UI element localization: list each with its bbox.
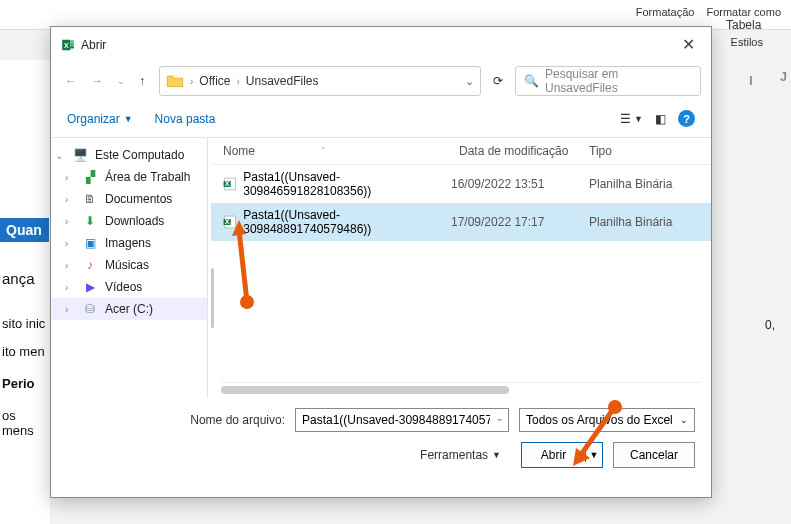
file-type: Planilha Binária bbox=[589, 215, 699, 229]
chevron-right-icon: › bbox=[65, 304, 75, 315]
file-list: Nome˄ Data de modificação Tipo XPasta1((… bbox=[211, 138, 711, 398]
search-icon: 🔍 bbox=[524, 74, 539, 88]
open-dialog: X Abrir ✕ ← → ⌄ ↑ › Office › UnsavedFile… bbox=[50, 26, 712, 498]
nav-downloads[interactable]: ›⬇Downloads bbox=[51, 210, 207, 232]
nav-documents[interactable]: ›🗎Documentos bbox=[51, 188, 207, 210]
filetype-select[interactable]: Todos os Arquivos do Excel ⌄ bbox=[519, 408, 695, 432]
breadcrumb[interactable]: UnsavedFiles bbox=[246, 74, 319, 88]
sort-indicator-icon: ˄ bbox=[321, 146, 326, 156]
pictures-icon: ▣ bbox=[81, 235, 99, 251]
splitter[interactable] bbox=[207, 138, 211, 398]
col-type[interactable]: Tipo bbox=[589, 144, 699, 158]
chevron-right-icon: › bbox=[65, 194, 75, 205]
address-dropdown[interactable]: ⌄ bbox=[465, 75, 474, 88]
ribbon-styles-group: Estilos bbox=[703, 30, 791, 54]
chevron-right-icon: › bbox=[65, 238, 75, 249]
dialog-title: Abrir bbox=[81, 38, 676, 52]
nav-drive-c[interactable]: ›⛁Acer (C:) bbox=[51, 298, 207, 320]
file-row[interactable]: XPasta1((Unsaved-309846591828108356)) 16… bbox=[211, 165, 711, 203]
address-bar[interactable]: › Office › UnsavedFiles ⌄ bbox=[159, 66, 481, 96]
column-headers: Nome˄ Data de modificação Tipo bbox=[211, 138, 711, 165]
nav-music[interactable]: ›♪Músicas bbox=[51, 254, 207, 276]
horizontal-scrollbar[interactable] bbox=[221, 382, 701, 398]
svg-text:X: X bbox=[225, 218, 230, 226]
videos-icon: ▶ bbox=[81, 279, 99, 295]
desktop-icon: ▞ bbox=[81, 169, 99, 185]
sheet-cell-value: 0, bbox=[765, 318, 775, 332]
excel-icon: X bbox=[61, 38, 75, 52]
sheet-header-cell: Quan bbox=[0, 218, 49, 242]
column-header[interactable]: J bbox=[780, 70, 787, 84]
tools-menu[interactable]: Ferramentas▼ bbox=[420, 448, 501, 462]
chevron-right-icon: › bbox=[65, 216, 75, 227]
toolbar: Organizar▼ Nova pasta ☰▼ ◧ ? bbox=[51, 104, 711, 138]
preview-icon: ◧ bbox=[655, 112, 666, 126]
sheet-cell: sito inic bbox=[0, 314, 47, 333]
organize-menu[interactable]: Organizar▼ bbox=[67, 112, 133, 126]
filename-label: Nome do arquivo: bbox=[190, 413, 285, 427]
svg-rect-4 bbox=[70, 46, 74, 48]
chevron-right-icon[interactable]: › bbox=[190, 76, 193, 87]
file-type: Planilha Binária bbox=[589, 177, 699, 191]
chevron-down-icon: ▼ bbox=[492, 450, 501, 460]
open-button[interactable]: Abrir ▼ bbox=[521, 442, 603, 468]
download-icon: ⬇ bbox=[81, 213, 99, 229]
nav-row: ← → ⌄ ↑ › Office › UnsavedFiles ⌄ ⟳ 🔍 Pe… bbox=[51, 62, 711, 104]
chevron-down-icon: ⌄ bbox=[680, 415, 688, 425]
view-mode-button[interactable]: ☰▼ bbox=[620, 112, 643, 126]
file-date: 16/09/2022 13:51 bbox=[451, 177, 581, 191]
column-header[interactable]: I bbox=[711, 70, 791, 92]
open-button-main[interactable]: Abrir bbox=[522, 448, 586, 462]
file-row[interactable]: XPasta1((Unsaved-309848891740579486)) 17… bbox=[211, 203, 711, 241]
nav-desktop[interactable]: ›▞Área de Trabalh bbox=[51, 166, 207, 188]
sheet-cell: os mens bbox=[0, 406, 50, 440]
nav-pictures[interactable]: ›▣Imagens bbox=[51, 232, 207, 254]
back-button[interactable]: ← bbox=[65, 74, 77, 88]
list-icon: ☰ bbox=[620, 112, 631, 126]
nav-this-pc[interactable]: ⌄🖥️Este Computado bbox=[51, 144, 207, 166]
recent-dd[interactable]: ⌄ bbox=[117, 76, 125, 86]
pc-icon: 🖥️ bbox=[71, 147, 89, 163]
preview-pane-button[interactable]: ◧ bbox=[655, 112, 666, 126]
col-date[interactable]: Data de modificação bbox=[459, 144, 589, 158]
open-button-dropdown[interactable]: ▼ bbox=[586, 450, 602, 460]
file-name: Pasta1((Unsaved-309848891740579486)) bbox=[243, 208, 443, 236]
chevron-down-icon[interactable]: ⌄ bbox=[496, 413, 504, 423]
nav-videos[interactable]: ›▶Vídeos bbox=[51, 276, 207, 298]
breadcrumb[interactable]: Office bbox=[199, 74, 230, 88]
nav-tree: ⌄🖥️Este Computado ›▞Área de Trabalh ›🗎Do… bbox=[51, 138, 207, 398]
file-date: 17/09/2022 17:17 bbox=[451, 215, 581, 229]
sheet-right-columns: I bbox=[711, 60, 791, 92]
ribbon-conditional-formatting[interactable]: Formatação bbox=[636, 6, 695, 23]
documents-icon: 🗎 bbox=[81, 191, 99, 207]
chevron-right-icon: › bbox=[65, 282, 75, 293]
sheet-cell: ito men bbox=[0, 342, 47, 361]
svg-text:X: X bbox=[64, 41, 69, 48]
sheet-cell: ança bbox=[0, 268, 37, 289]
sheet-left-column: Quan ança sito inic ito men Perio os men… bbox=[0, 60, 50, 524]
close-button[interactable]: ✕ bbox=[676, 33, 701, 56]
new-folder-button[interactable]: Nova pasta bbox=[155, 112, 216, 126]
sheet-cell: Perio bbox=[0, 374, 37, 393]
filename-input[interactable] bbox=[295, 408, 509, 432]
chevron-down-icon: ⌄ bbox=[55, 150, 65, 161]
search-input[interactable]: 🔍 Pesquisar em UnsavedFiles bbox=[515, 66, 701, 96]
up-button[interactable]: ↑ bbox=[139, 74, 145, 88]
help-button[interactable]: ? bbox=[678, 110, 695, 127]
forward-button: → bbox=[91, 74, 103, 88]
dialog-footer: Nome do arquivo: ⌄ Todos os Arquivos do … bbox=[51, 398, 711, 478]
drive-icon: ⛁ bbox=[81, 301, 99, 317]
cancel-button[interactable]: Cancelar bbox=[613, 442, 695, 468]
chevron-right-icon: › bbox=[65, 172, 75, 183]
chevron-down-icon: ▼ bbox=[124, 114, 133, 124]
chevron-right-icon[interactable]: › bbox=[236, 76, 239, 87]
music-icon: ♪ bbox=[81, 257, 99, 273]
file-name: Pasta1((Unsaved-309846591828108356)) bbox=[243, 170, 443, 198]
ribbon-format-as-table[interactable]: Formatar comoTabela bbox=[706, 6, 781, 23]
col-name[interactable]: Nome˄ bbox=[223, 144, 459, 158]
chevron-down-icon: ▼ bbox=[634, 114, 643, 124]
chevron-right-icon: › bbox=[65, 260, 75, 271]
refresh-button[interactable]: ⟳ bbox=[487, 74, 509, 88]
titlebar: X Abrir ✕ bbox=[51, 27, 711, 62]
excel-file-icon: X bbox=[223, 214, 237, 230]
